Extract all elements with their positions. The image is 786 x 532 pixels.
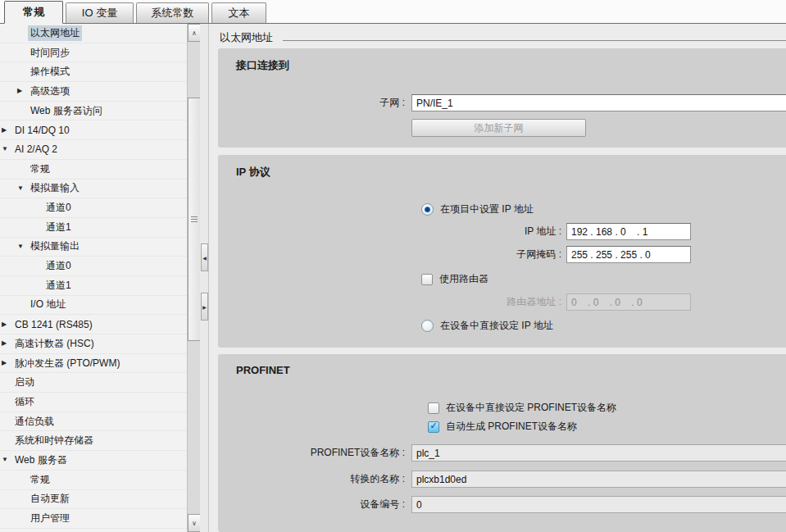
set-profinet-name-at-device-checkbox[interactable] [428,402,439,414]
tree-item-14[interactable]: I/O 地址 [0,296,187,316]
auto-generate-profinet-name-label: 自动生成 PROFINET设备名称 [446,420,577,434]
device-number-label: 设备编号 : [218,498,411,512]
expand-tree-icon[interactable]: ▶ [2,340,12,347]
expand-tree-icon[interactable]: ▶ [2,360,12,366]
radio-set-ip-in-project[interactable] [421,203,434,216]
tab-texts-label: 文本 [229,6,250,20]
checkmark-icon: ✓ [429,421,437,430]
scrollbar-thumb[interactable] [188,98,201,341]
tree-item-11[interactable]: ▼模拟量输出 [0,238,187,257]
tree-scrollbar[interactable]: ∧ ∨ [187,24,200,532]
tree-item-label: 系统和时钟存储器 [12,433,96,448]
expand-tree-icon[interactable]: ▶ [2,127,12,134]
collapse-tree-icon[interactable]: ▼ [2,146,12,152]
tree-list: 以太网地址时间同步操作模式▶高级选项Web 服务器访问▶DI 14/DQ 10▼… [0,24,187,532]
collapse-tree-icon[interactable]: ▼ [17,243,28,250]
tree-item-label: 模拟量输入 [28,180,82,196]
thumb-grip-icon [191,216,198,217]
tree-item-18[interactable]: 启动 [0,373,187,393]
auto-generate-profinet-name-checkbox[interactable]: ✓ [428,421,439,433]
tab-texts[interactable]: 文本 [211,2,266,23]
radio-set-ip-at-device[interactable] [421,320,434,332]
tree-item-4[interactable]: Web 服务器访问 [0,102,187,121]
tree-item-9[interactable]: 通道0 [0,198,187,218]
tree-item-10[interactable]: 通道1 [0,218,187,238]
profinet-device-name-input[interactable] [411,444,786,462]
tree-item-label: 通道0 [43,200,74,216]
scroll-up-icon: ∧ [192,30,197,37]
converted-name-input[interactable] [411,471,786,488]
section-ip-protocol: IP 协议 在项目中设置 IP 地址 IP 地址 : 子网掩码 : 使用路由器 … [218,155,786,348]
tree-item-label: 高速计数器 (HSC) [12,336,97,352]
tab-general[interactable]: 常规 [4,1,63,24]
expand-right-button[interactable]: ▶ [201,293,208,321]
collapse-tree-icon[interactable]: ▼ [2,457,12,463]
scroll-down-button[interactable]: ∨ [188,514,201,532]
set-profinet-name-at-device-label: 在设备中直接设定 PROFINET设备名称 [446,401,616,415]
profinet-device-name-label: PROFINET设备名称 : [218,446,411,460]
tree-item-7[interactable]: 常规 [0,160,187,180]
pane-splitter[interactable]: ◀ ▶ [200,24,209,532]
tree-item-label: 常规 [28,472,52,488]
scroll-up-button[interactable]: ∧ [188,24,201,42]
subnet-mask-input[interactable] [566,246,691,263]
converted-name-label: 转换的名称 : [218,472,411,486]
ip-address-input[interactable] [566,223,691,240]
section-interface-title: 接口连接到 [218,48,786,73]
tree-item-8[interactable]: ▼模拟量输入 [0,180,187,199]
subnet-mask-label: 子网掩码 : [218,248,566,261]
title-rule [283,40,786,41]
thumb-grip-icon [191,219,198,220]
tree-item-5[interactable]: ▶DI 14/DQ 10 [0,120,187,140]
tree-item-label: 通道0 [43,258,74,274]
tree-item-label: 以太网地址 [28,25,82,41]
router-address-label: 路由器地址 : [218,295,566,309]
collapse-left-button[interactable]: ◀ [201,243,208,271]
tree-item-label: 启动 [12,375,37,390]
tree-item-24[interactable]: 自动更新 [0,490,187,510]
collapse-left-icon: ◀ [202,255,207,261]
tree-item-13[interactable]: 通道1 [0,276,187,296]
subnet-input[interactable] [411,94,786,111]
collapse-tree-icon[interactable]: ▼ [17,185,28,192]
router-address-input [566,293,691,311]
tree-item-label: 用户管理 [28,511,72,526]
tree-item-label: 常规 [28,161,52,177]
tree-item-20[interactable]: 通信负载 [0,412,187,432]
tree-item-15[interactable]: ▶CB 1241 (RS485) [0,315,187,334]
tree-item-label: 通道1 [43,278,74,293]
thumb-grip-icon [191,221,198,222]
tree-item-label: 时间同步 [28,45,72,61]
tree-item-label: DI 14/DQ 10 [12,124,72,137]
tree-item-label: CB 1241 (RS485) [12,318,95,331]
tree-item-21[interactable]: 系统和时钟存储器 [0,431,187,451]
tree-item-22[interactable]: ▼Web 服务器 [0,451,187,471]
tree-item-16[interactable]: ▶高速计数器 (HSC) [0,334,187,354]
tree-item-23[interactable]: 常规 [0,471,187,490]
tab-system-constants[interactable]: 系统常数 [136,2,209,23]
tree-item-2[interactable]: 操作模式 [0,62,187,82]
tree-item-0[interactable]: 以太网地址 [0,24,187,43]
tree-item-label: 自动更新 [28,491,72,507]
tree-item-6[interactable]: ▼AI 2/AQ 2 [0,140,187,160]
device-number-input[interactable] [411,496,786,513]
tab-general-label: 常规 [23,5,44,20]
tree-item-3[interactable]: ▶高级选项 [0,82,187,102]
tree-item-label: I/O 地址 [28,297,68,312]
tree-item-label: 高级选项 [28,84,72,99]
tree-item-label: 通信负载 [12,414,57,430]
properties-tab-bar: 常规 IO 变量 系统常数 文本 [0,0,786,24]
tab-io-tags[interactable]: IO 变量 [66,2,134,23]
tree-item-1[interactable]: 时间同步 [0,43,187,63]
tree-item-25[interactable]: 用户管理 [0,509,187,529]
use-router-label: 使用路由器 [439,272,488,286]
tab-system-constants-label: 系统常数 [152,6,194,20]
expand-tree-icon[interactable]: ▶ [2,321,12,328]
use-router-checkbox[interactable] [421,274,433,285]
add-subnet-button[interactable]: 添加新子网 [411,119,586,137]
tree-item-17[interactable]: ▶脉冲发生器 (PTO/PWM) [0,354,187,374]
tree-item-12[interactable]: 通道0 [0,257,187,276]
ip-address-label: IP 地址 : [218,225,566,239]
tree-item-19[interactable]: 循环 [0,393,187,412]
expand-tree-icon[interactable]: ▶ [17,88,28,94]
